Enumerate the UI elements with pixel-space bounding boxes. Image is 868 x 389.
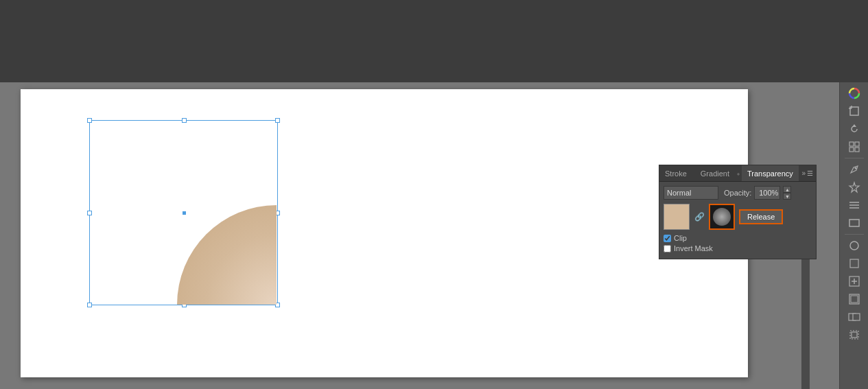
mask-circle [713,208,731,226]
mask-link-icon[interactable]: 🔗 [694,211,705,222]
handle-top-left[interactable] [87,118,92,123]
lines-icon[interactable] [845,197,864,213]
handle-mid-left[interactable] [87,211,92,215]
svg-rect-22 [851,296,858,303]
invert-mask-checkbox[interactable] [664,245,671,252]
handle-top-right[interactable] [275,118,280,123]
right-toolbar [839,82,868,389]
svg-marker-10 [849,182,859,192]
image-crop-icon[interactable] [845,103,864,119]
handle-top-center[interactable] [182,118,187,123]
selected-object[interactable] [89,120,278,305]
expand-arrows-icon[interactable]: » [801,169,806,177]
circle-icon[interactable] [845,237,864,254]
panel-tabs: Stroke Gradient ⬥ Transparency » ☰ [659,165,816,182]
invert-mask-label[interactable]: Invert Mask [674,244,713,252]
opacity-down-btn[interactable]: ▼ [783,193,791,200]
color-wheel-icon[interactable] [845,85,864,102]
top-bar [0,0,868,82]
svg-rect-24 [853,314,860,320]
svg-rect-7 [849,148,854,152]
opacity-label: Opacity: [724,189,751,197]
blend-opacity-row: Normal Multiply Screen Overlay Opacity: … [664,186,812,200]
mask-thumbnail[interactable] [709,204,735,230]
release-button[interactable]: Release [739,209,783,224]
clip-checkbox-row: Clip [664,234,812,242]
svg-marker-4 [852,124,856,127]
tab-gradient[interactable]: Gradient [695,165,735,181]
invert-mask-checkbox-row: Invert Mask [664,244,812,252]
artboard [21,89,748,377]
tab-separator-2: ⬥ [736,169,740,177]
divider-2 [845,234,864,235]
rect-outline-icon[interactable] [845,215,864,231]
opacity-up-btn[interactable]: ▲ [783,186,791,193]
mask-area: 🔗 Release [664,204,812,230]
clip-checkbox[interactable] [664,235,671,242]
svg-rect-5 [849,142,854,146]
divider-1 [845,158,864,158]
main-area: ▲ ▼ Stroke Gradient ⬥ Transparency [0,82,868,389]
svg-point-15 [850,241,858,250]
opacity-stepper[interactable]: ▲ ▼ [783,186,791,200]
blend-mode-select[interactable]: Normal Multiply Screen Overlay [664,186,718,200]
transform-icon[interactable] [845,327,864,343]
panel-content: Normal Multiply Screen Overlay Opacity: … [659,182,816,259]
quarter-circle-shape [177,195,277,305]
layers-icon[interactable] [845,255,864,272]
object-thumbnail[interactable] [664,204,690,230]
handle-bottom-left[interactable] [87,303,92,307]
rotate-icon[interactable] [845,121,864,137]
panel-arrows[interactable]: » ☰ [801,169,816,177]
tab-stroke[interactable]: Stroke [659,165,692,181]
stack-icon[interactable] [845,291,864,307]
opacity-input[interactable] [754,186,780,200]
svg-rect-8 [855,148,859,152]
quarter-circle-fill [177,205,277,305]
tab-transparency[interactable]: Transparency [742,165,799,181]
svg-rect-6 [855,142,859,146]
svg-rect-26 [852,332,857,338]
canvas-area: ▲ ▼ Stroke Gradient ⬥ Transparency [0,82,839,389]
svg-rect-14 [849,220,859,226]
menu-icon[interactable]: ☰ [807,169,813,177]
transparency-panel: Stroke Gradient ⬥ Transparency » ☰ [659,165,817,259]
add-layer-icon[interactable] [845,273,864,290]
svg-point-9 [854,167,856,169]
group-icon[interactable] [845,309,864,325]
clip-label[interactable]: Clip [674,234,687,242]
star-icon[interactable] [845,179,864,196]
grid-icon[interactable] [845,139,864,155]
svg-rect-17 [852,261,857,266]
pen-tool-icon[interactable] [845,161,864,178]
